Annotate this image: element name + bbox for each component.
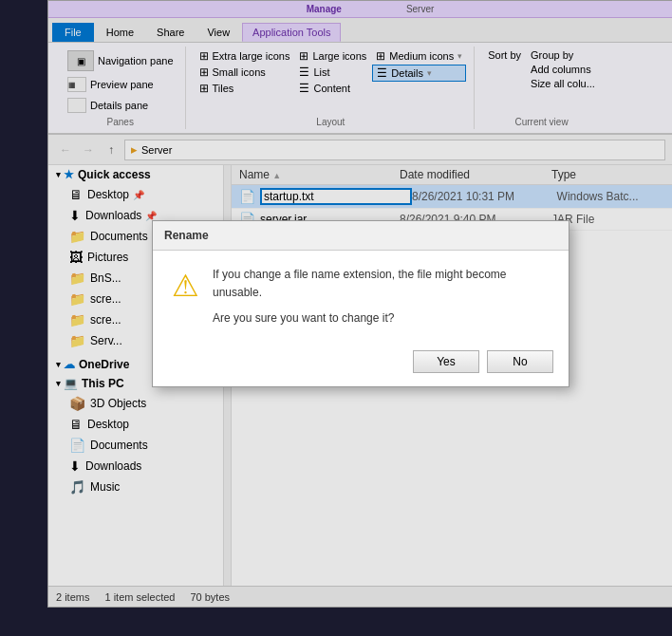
dialog-message-1: If you change a file name extension, the…: [213, 266, 550, 302]
dialog-body: ⚠ If you change a file name extension, t…: [153, 251, 569, 344]
rename-dialog: Rename ⚠ If you change a file name exten…: [152, 220, 569, 388]
yes-button[interactable]: Yes: [413, 350, 479, 373]
app-background: [0, 0, 52, 636]
explorer-window: Manage Server File Home Share View Appli…: [47, 0, 672, 608]
dialog-overlay: Rename ⚠ If you change a file name exten…: [48, 1, 672, 607]
dialog-buttons: Yes No: [153, 343, 569, 386]
warning-icon: ⚠: [172, 268, 199, 304]
no-button[interactable]: No: [487, 350, 553, 373]
dialog-message-2: Are you sure you want to change it?: [213, 309, 550, 327]
dialog-text: If you change a file name extension, the…: [213, 266, 550, 328]
dialog-title: Rename: [153, 221, 569, 251]
